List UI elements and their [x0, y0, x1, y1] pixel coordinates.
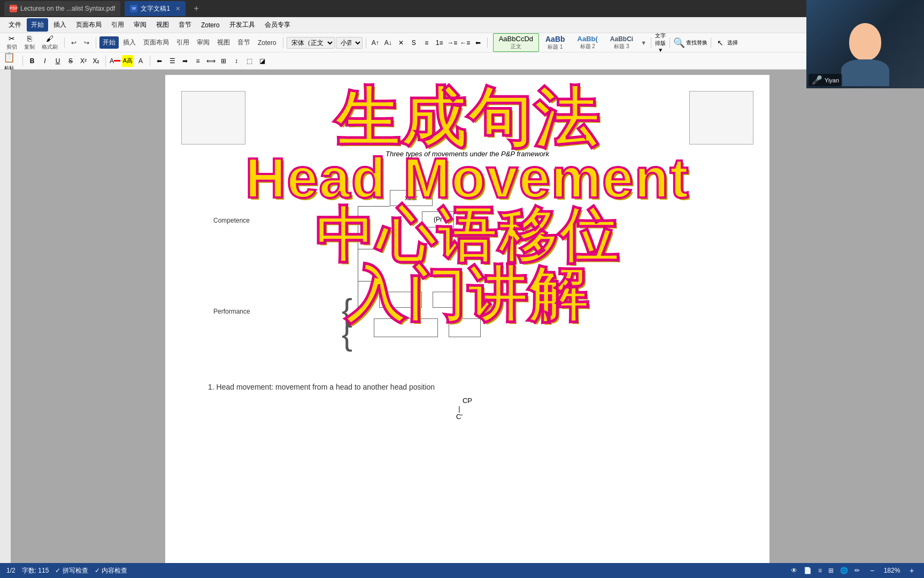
document-area[interactable]: Three types of movements under the P&P f…	[11, 70, 924, 563]
line-mid	[358, 249, 374, 249]
line-top	[358, 206, 390, 207]
outdent-button[interactable]: ←≡	[459, 37, 471, 49]
increase-font-button[interactable]: A↑	[369, 37, 381, 49]
menu-view[interactable]: 视图	[152, 18, 173, 32]
line-spacing-btn[interactable]: ↕	[230, 55, 242, 67]
font-color-button[interactable]: A	[109, 55, 121, 67]
add-tab-button[interactable]: +	[190, 2, 203, 15]
highlight-button[interactable]: A高	[122, 55, 134, 67]
subscript-button[interactable]: X₂	[90, 55, 102, 67]
mic-icon: 🎤	[812, 75, 822, 85]
pr-label: (Pr	[434, 216, 442, 223]
word-count: 字数: 115	[22, 566, 49, 575]
menu-layout[interactable]: 页面布局	[72, 18, 106, 32]
menu-bar: 文件 开始 插入 页面布局 引用 审阅 视图 音节 Zotero 开发工具 会员…	[0, 17, 924, 33]
layout-tb-button[interactable]: 页面布局	[140, 36, 172, 49]
body-text: 1. Head movement: movement from a head t…	[208, 383, 727, 391]
cursor-button[interactable]: ↖	[714, 37, 726, 49]
paste-button[interactable]: 📋	[3, 50, 15, 65]
redo-button[interactable]: ↪	[81, 37, 93, 48]
spell-check[interactable]: ✓ 拼写检查	[55, 566, 88, 575]
zoom-control: − 182% +	[866, 565, 918, 576]
zoom-in-button[interactable]: +	[906, 565, 918, 576]
style-h1-sample[interactable]: AaBb 标题 1	[540, 33, 571, 52]
cp-diagram: CP | C'	[208, 397, 727, 421]
char-style-button[interactable]: A	[135, 55, 147, 67]
justify-btn[interactable]: ≡	[192, 55, 204, 67]
menu-insert[interactable]: 插入	[49, 18, 71, 32]
cut-button[interactable]: ✂ 剪切	[3, 33, 20, 52]
style-normal-sample[interactable]: AaBbCcDd 正文	[493, 33, 539, 52]
unordered-list-button[interactable]: ≡	[421, 37, 433, 49]
style-h2-sample[interactable]: AaBb( 标题 2	[572, 33, 604, 52]
font-size-selector[interactable]: 小四	[336, 37, 363, 49]
main-area: Three types of movements under the P&P f…	[0, 70, 924, 563]
columns-btn[interactable]: ⊞	[218, 55, 229, 67]
tab-word[interactable]: W 文字文稿1 ✕	[125, 1, 186, 16]
style-h3-sample[interactable]: AaBbCi 标题 3	[604, 34, 639, 52]
align-left-btn[interactable]: ⬅	[153, 55, 165, 67]
sep5	[487, 37, 488, 48]
strikethrough-button[interactable]: S	[408, 37, 420, 49]
phonetics-tb-button[interactable]: 音节	[234, 36, 253, 49]
grid-icon[interactable]: ⊞	[828, 567, 834, 574]
underline-button[interactable]: U	[52, 55, 64, 67]
indent-button[interactable]: →≡	[446, 37, 458, 49]
search-replace-button[interactable]: 🔍	[673, 37, 685, 49]
title-bar: PDF Lectures on the ...alist Syntax.pdf …	[0, 0, 924, 17]
review-tb-button[interactable]: 审阅	[194, 36, 213, 49]
menu-zotero[interactable]: Zotero	[197, 19, 224, 31]
clear-format-button[interactable]: ✕	[395, 37, 407, 49]
ordered-list-button[interactable]: 1≡	[434, 37, 445, 49]
edit-icon[interactable]: ✏	[854, 567, 860, 574]
perf-box2	[433, 292, 459, 308]
menu-dev[interactable]: 开发工具	[225, 18, 259, 32]
globe-icon[interactable]: 🌐	[840, 567, 848, 574]
toolbar-row1: ✂ 剪切 ⎘ 复制 🖌 格式刷 ↩ ↪ 开始 插入 页面布局 引用 审阅 视图 …	[0, 33, 924, 52]
brace-bottom: {	[342, 316, 352, 353]
undo-button[interactable]: ↩	[68, 37, 80, 48]
zotero-tb-button[interactable]: Zotero	[255, 37, 280, 48]
line-left	[358, 206, 358, 313]
competence-label: Competence	[213, 217, 250, 224]
zoom-out-button[interactable]: −	[866, 565, 878, 576]
copy-button[interactable]: ⎘ 复制	[21, 33, 38, 52]
menu-review[interactable]: 审阅	[129, 18, 151, 32]
copy-label: 复制	[24, 43, 35, 51]
shading-btn[interactable]: ◪	[256, 55, 268, 67]
italic-button[interactable]: I	[39, 55, 51, 67]
menu-start[interactable]: 开始	[27, 18, 48, 32]
borders-btn[interactable]: ⬚	[243, 55, 255, 67]
title-line1: 生成句法	[335, 86, 600, 150]
menu-file[interactable]: 文件	[4, 18, 26, 32]
pdf-icon: PDF	[10, 5, 17, 12]
menu-member[interactable]: 会员专享	[260, 18, 295, 32]
view-tb-button[interactable]: 视图	[214, 36, 233, 49]
view-icon[interactable]: 👁	[791, 567, 797, 574]
ref-tb-button[interactable]: 引用	[173, 36, 192, 49]
tab-pdf[interactable]: PDF Lectures on the ...alist Syntax.pdf	[4, 1, 120, 16]
start-tab-button[interactable]: 开始	[99, 36, 119, 49]
superscript-button[interactable]: X²	[78, 55, 89, 67]
content-check[interactable]: ✓ 内容检查	[95, 566, 127, 575]
page-view-icon[interactable]: 📄	[804, 567, 812, 574]
style-more-arrow[interactable]: ▼	[640, 39, 648, 47]
menu-phonetics[interactable]: 音节	[174, 18, 196, 32]
text-style-button[interactable]: 文字排版▼	[654, 37, 666, 49]
decrease-font-button[interactable]: A↓	[382, 37, 394, 49]
sep7	[669, 37, 670, 48]
bold-button[interactable]: B	[26, 55, 38, 67]
menu-reference[interactable]: 引用	[107, 18, 128, 32]
tab-close-icon[interactable]: ✕	[175, 5, 180, 12]
strikethrough-btn2[interactable]: S	[65, 55, 76, 67]
distribute-btn[interactable]: ⟺	[205, 55, 217, 67]
text-align-icon[interactable]: ≡	[818, 567, 822, 574]
sep9	[22, 56, 23, 66]
align-center-btn[interactable]: ☰	[166, 55, 178, 67]
align-left-button[interactable]: ⬅	[472, 37, 484, 49]
insert-tb-button[interactable]: 插入	[120, 36, 139, 49]
align-right-btn[interactable]: ➡	[179, 55, 191, 67]
font-name-selector[interactable]: 宋体（正文）	[287, 37, 335, 49]
format-painter-button[interactable]: 🖌 格式刷	[38, 33, 61, 52]
line-low	[358, 281, 374, 282]
